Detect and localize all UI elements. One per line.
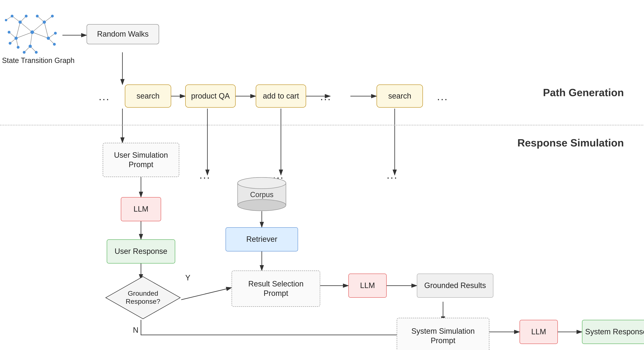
n-label: N (133, 326, 138, 335)
search1-box: search (125, 84, 171, 108)
llm1-box: LLM (121, 197, 161, 221)
state-transition-graph (4, 10, 60, 54)
result-selection-prompt-box: Result Selection Prompt (232, 271, 320, 307)
svg-text:Grounded: Grounded (128, 289, 158, 297)
svg-point-58 (5, 19, 7, 21)
svg-point-44 (14, 37, 18, 40)
svg-point-62 (238, 177, 286, 189)
y-label: Y (185, 274, 190, 282)
svg-point-45 (47, 37, 50, 40)
separator-line (0, 125, 644, 126)
svg-point-57 (35, 51, 38, 54)
svg-point-52 (9, 42, 12, 45)
svg-point-42 (18, 20, 22, 24)
svg-line-25 (32, 32, 48, 38)
system-response-box: System Response (582, 320, 644, 344)
system-simulation-prompt-box: System Simulation Prompt (397, 318, 489, 350)
svg-point-47 (11, 15, 14, 17)
svg-text:Response?: Response? (126, 298, 160, 305)
svg-line-39 (44, 22, 48, 38)
dots-below-product-qa: ... (199, 169, 210, 181)
dots-below-search2: ... (387, 169, 398, 181)
svg-point-49 (51, 15, 54, 17)
svg-line-26 (30, 32, 32, 46)
user-response-box: User Response (107, 239, 175, 264)
svg-line-22 (20, 22, 32, 32)
llm2-box: LLM (348, 274, 387, 298)
add-to-cart-box: add to cart (256, 84, 306, 108)
svg-text:Corpus: Corpus (250, 190, 274, 199)
response-simulation-label: Response Simulation (517, 137, 624, 149)
dots-middle2: ... (437, 91, 448, 103)
svg-point-55 (53, 43, 56, 46)
svg-point-50 (36, 15, 39, 17)
path-generation-label: Path Generation (543, 86, 624, 99)
grounded-results-box: Grounded Results (417, 274, 493, 298)
svg-point-41 (30, 30, 34, 34)
svg-point-48 (25, 15, 28, 17)
svg-point-53 (17, 46, 20, 49)
retriever-box: Retriever (226, 227, 298, 251)
random-walks-box: Random Walks (86, 24, 159, 44)
state-transition-graph-label: State Transition Graph (2, 56, 74, 65)
svg-point-54 (54, 32, 57, 35)
svg-line-24 (16, 32, 32, 38)
svg-line-38 (16, 22, 20, 38)
svg-point-51 (8, 31, 10, 34)
svg-line-16 (181, 288, 232, 300)
svg-point-46 (28, 45, 32, 48)
user-simulation-prompt-box: User Simulation Prompt (103, 143, 179, 177)
svg-point-56 (23, 51, 26, 54)
svg-point-61 (238, 199, 286, 211)
svg-line-23 (32, 22, 44, 32)
llm3-box: LLM (520, 320, 558, 344)
dots-middle1: ... (320, 91, 331, 103)
corpus-box: Corpus (234, 177, 290, 211)
search2-box: search (376, 84, 423, 108)
svg-point-43 (43, 20, 46, 24)
dots-left: ... (99, 91, 110, 103)
grounded-response-diamond: Grounded Response? (105, 276, 181, 320)
product-qa-box: product QA (185, 84, 236, 108)
